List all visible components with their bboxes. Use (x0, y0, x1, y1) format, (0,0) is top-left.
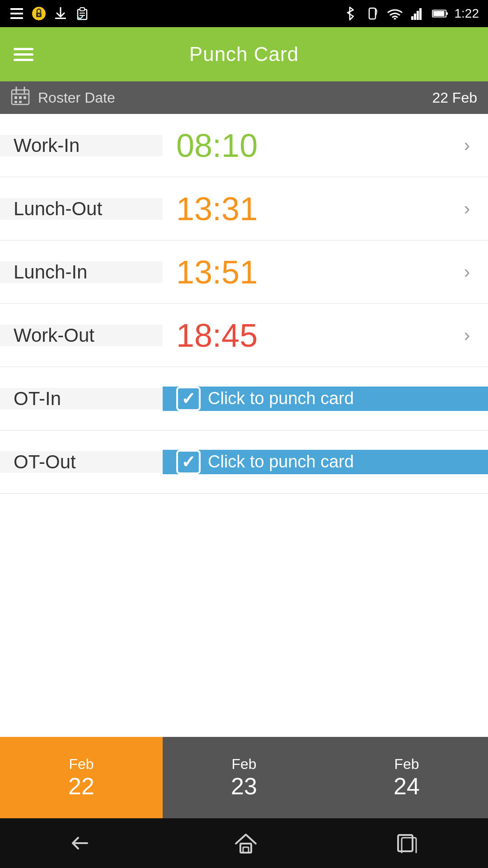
ot-in-click-label: Click to punch card (208, 389, 354, 408)
ot-in-checkbox: ✓ (176, 387, 201, 411)
date-navigation: Feb 22 Feb 23 Feb 24 (0, 737, 488, 818)
checkmark-icon: ✓ (181, 452, 196, 472)
lunch-out-label: Lunch-Out (0, 198, 163, 220)
work-out-time: 18:45 (176, 317, 457, 354)
home-button[interactable] (216, 828, 276, 858)
work-out-label: Work-Out (0, 325, 163, 346)
status-bar: 1:22 (0, 0, 488, 27)
status-icons-right: 1:22 (342, 5, 479, 22)
svg-rect-8 (80, 8, 84, 11)
wifi-icon (387, 5, 403, 22)
ot-out-click-label: Click to punch card (208, 452, 354, 472)
svg-rect-16 (419, 8, 422, 20)
checkmark-icon: ✓ (181, 389, 196, 409)
svg-rect-14 (414, 14, 416, 20)
date-nav-month-0: Feb (69, 756, 94, 773)
lock-icon (31, 5, 47, 22)
svg-point-5 (38, 14, 40, 16)
list-icon (9, 5, 25, 22)
recents-button[interactable] (377, 829, 437, 858)
lunch-out-time: 13:31 (176, 190, 457, 227)
ot-out-checkbox: ✓ (176, 450, 201, 474)
ot-out-label: OT-Out (0, 451, 163, 473)
svg-rect-26 (23, 96, 26, 99)
date-nav-feb23[interactable]: Feb 23 (163, 737, 325, 818)
phone-rotate-icon (364, 5, 380, 22)
work-out-row[interactable]: Work-Out 18:45 › (0, 304, 488, 367)
date-nav-feb22[interactable]: Feb 22 (0, 737, 163, 818)
svg-rect-1 (10, 13, 23, 14)
svg-rect-15 (417, 11, 419, 20)
work-in-time: 08:10 (176, 127, 457, 164)
roster-label: Roster Date (38, 90, 424, 106)
roster-date-value: 22 Feb (432, 90, 477, 106)
svg-rect-13 (411, 16, 413, 20)
page-title: Punch Card (189, 43, 299, 66)
date-nav-day-2: 24 (394, 773, 420, 800)
download-icon (52, 5, 69, 22)
chevron-right-icon: › (464, 325, 470, 345)
date-nav-month-1: Feb (231, 756, 256, 773)
bluetooth-icon (342, 5, 358, 22)
svg-rect-18 (446, 12, 448, 15)
punch-list: Work-In 08:10 › Lunch-Out 13:31 › Lunch-… (0, 114, 488, 494)
date-nav-month-2: Feb (394, 756, 419, 773)
work-out-value[interactable]: 18:45 › (163, 317, 488, 354)
svg-point-12 (394, 18, 396, 20)
chevron-right-icon: › (464, 135, 470, 156)
bottom-navigation (0, 818, 488, 868)
svg-rect-0 (10, 8, 23, 10)
date-nav-day-1: 23 (231, 773, 257, 800)
work-in-row[interactable]: Work-In 08:10 › (0, 114, 488, 177)
lunch-in-row[interactable]: Lunch-In 13:51 › (0, 241, 488, 304)
lunch-in-value[interactable]: 13:51 › (163, 254, 488, 291)
ot-in-row[interactable]: OT-In ✓ Click to punch card (0, 367, 488, 430)
svg-rect-6 (55, 18, 66, 19)
date-nav-feb24[interactable]: Feb 24 (325, 737, 488, 818)
ot-in-label: OT-In (0, 388, 163, 410)
signal-icon (409, 5, 426, 22)
status-icons-left (9, 5, 90, 22)
lunch-out-value[interactable]: 13:31 › (163, 190, 488, 227)
svg-rect-25 (19, 96, 22, 99)
date-nav-day-0: 22 (68, 773, 94, 800)
back-button[interactable] (51, 829, 114, 858)
svg-rect-27 (14, 101, 17, 103)
ot-out-punch-button[interactable]: ✓ Click to punch card (163, 450, 488, 474)
chevron-right-icon: › (464, 262, 470, 282)
svg-rect-24 (14, 96, 17, 99)
chevron-right-icon: › (464, 198, 470, 219)
battery-icon (432, 5, 448, 22)
content-spacer (0, 494, 488, 737)
svg-rect-19 (433, 11, 444, 16)
time-display: 1:22 (455, 6, 479, 21)
svg-rect-2 (10, 17, 23, 19)
calendar-icon (11, 86, 30, 109)
svg-rect-28 (19, 101, 22, 103)
svg-rect-11 (369, 8, 375, 19)
work-in-value[interactable]: 08:10 › (163, 127, 488, 164)
app-header: Punch Card (0, 27, 488, 81)
work-in-label: Work-In (0, 135, 163, 156)
lunch-out-row[interactable]: Lunch-Out 13:31 › (0, 177, 488, 241)
clipboard-icon (74, 5, 90, 22)
ot-in-punch-button[interactable]: ✓ Click to punch card (163, 387, 488, 411)
lunch-in-time: 13:51 (176, 254, 457, 291)
svg-rect-29 (240, 844, 251, 853)
ot-out-row[interactable]: OT-Out ✓ Click to punch card (0, 430, 488, 494)
menu-button[interactable] (14, 48, 33, 61)
roster-date-row: Roster Date 22 Feb (0, 81, 488, 114)
lunch-in-label: Lunch-In (0, 261, 163, 283)
